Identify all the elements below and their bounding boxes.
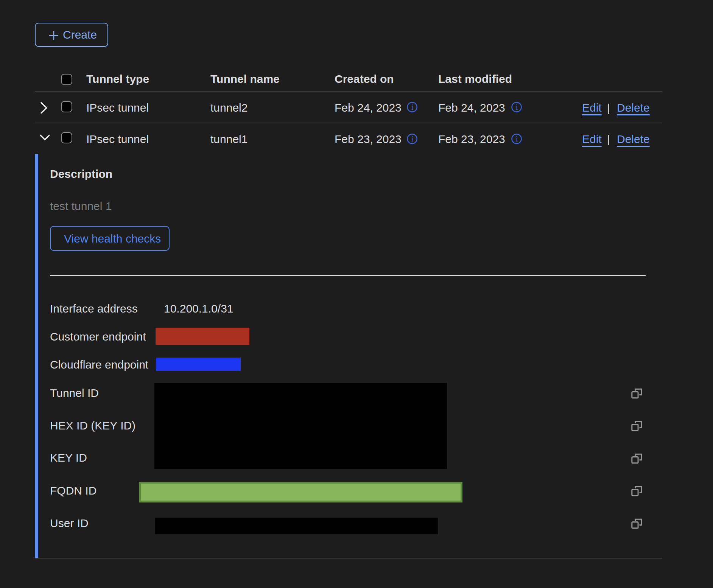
svg-text:i: i [411,135,414,143]
svg-text:i: i [516,103,518,111]
svg-text:i: i [516,135,518,143]
svg-text:i: i [411,103,414,111]
